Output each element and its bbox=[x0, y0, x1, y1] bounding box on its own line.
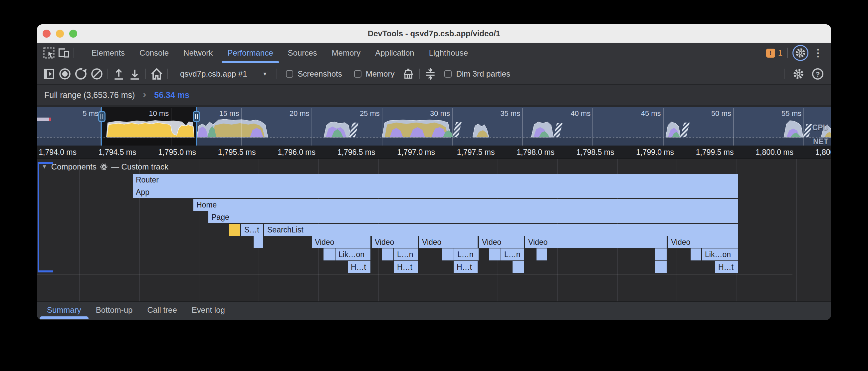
custom-track-header[interactable]: ▼ Components — Custom track bbox=[41, 162, 168, 172]
minimap-gridline bbox=[522, 108, 523, 146]
memory-checkbox[interactable] bbox=[354, 70, 362, 78]
collect-garbage-icon[interactable] bbox=[400, 66, 416, 82]
dim-3rd-parties-checkbox[interactable] bbox=[444, 70, 452, 78]
tab-performance[interactable]: Performance bbox=[220, 43, 280, 63]
track-selection-bracket bbox=[38, 162, 39, 273]
minimap-tick-label: 55 ms bbox=[751, 109, 801, 118]
close-window-button[interactable] bbox=[42, 30, 51, 38]
flame-bar-h-t[interactable]: H…t bbox=[394, 261, 419, 273]
help-icon[interactable]: ? bbox=[810, 66, 826, 82]
flame-chart[interactable]: ▼ Components — Custom track RouterAppHom… bbox=[37, 159, 831, 302]
net-label: NET bbox=[813, 137, 828, 146]
tab-elements[interactable]: Elements bbox=[84, 43, 132, 63]
flame-bar-h-t[interactable]: H…t bbox=[348, 261, 371, 273]
minimize-window-button[interactable] bbox=[56, 30, 64, 38]
flame-bar[interactable] bbox=[655, 261, 667, 273]
minimap-tick-label: 45 ms bbox=[611, 109, 661, 118]
flame-bar[interactable] bbox=[655, 249, 667, 260]
flame-bar-app[interactable]: App bbox=[133, 186, 739, 198]
flame-gridline bbox=[796, 159, 797, 302]
minimap-gridline bbox=[733, 108, 734, 146]
flame-bar-lik-on[interactable]: Lik…on bbox=[702, 249, 739, 260]
flame-bar-video[interactable]: Video bbox=[419, 236, 478, 248]
screenshots-toggle[interactable]: Screenshots bbox=[280, 69, 348, 79]
capture-settings-icon[interactable] bbox=[790, 66, 806, 82]
minimap-tick-label: 50 ms bbox=[681, 109, 731, 118]
minimap-tick-label: 5 ms bbox=[49, 109, 98, 118]
settings-button[interactable] bbox=[793, 45, 808, 61]
flame-bar-video[interactable]: Video bbox=[312, 236, 371, 248]
flame-bar[interactable] bbox=[254, 236, 264, 248]
svg-text:?: ? bbox=[816, 70, 820, 78]
dim-3rd-parties-toggle[interactable]: Dim 3rd parties bbox=[438, 69, 516, 79]
tab-network[interactable]: Network bbox=[176, 43, 220, 63]
flame-bar-s-t[interactable]: S…t bbox=[241, 224, 264, 236]
time-ruler-label: 1,795.5 ms bbox=[199, 148, 256, 157]
minimap-overview[interactable]: CPU NET 5 ms10 ms15 ms20 ms25 ms30 ms35 … bbox=[37, 105, 831, 146]
record-icon[interactable] bbox=[57, 66, 73, 82]
toggle-sidebar-icon[interactable] bbox=[41, 66, 57, 82]
flame-bar-searchlist[interactable]: SearchList bbox=[264, 224, 739, 236]
flame-bar-l-n[interactable]: L…n bbox=[394, 249, 419, 260]
time-ruler-label: 1,798.5 ms bbox=[558, 148, 614, 157]
selected-range-crumb[interactable]: 56.34 ms bbox=[154, 90, 189, 100]
minimap-gridline bbox=[663, 108, 664, 146]
flame-bar-video[interactable]: Video bbox=[479, 236, 525, 248]
flame-bar-video[interactable]: Video bbox=[668, 236, 739, 248]
bottom-tab-call-tree[interactable]: Call tree bbox=[140, 302, 184, 318]
flame-bar-video[interactable]: Video bbox=[525, 236, 667, 248]
time-ruler-label: 1,796.0 ms bbox=[259, 148, 315, 157]
time-ruler-label: 1,800.0 ms bbox=[737, 148, 794, 157]
flame-bar[interactable] bbox=[513, 261, 525, 273]
flame-bar-video[interactable]: Video bbox=[372, 236, 418, 248]
full-range-crumb[interactable]: Full range (3,653.76 ms) bbox=[44, 90, 135, 100]
home-icon[interactable] bbox=[149, 66, 165, 82]
target-selector[interactable]: qsvd7p.csb.app #1 ▼ bbox=[171, 69, 274, 79]
flame-bar-h-t[interactable]: H…t bbox=[715, 261, 739, 273]
titlebar: DevTools - qsvd7p.csb.app/video/1 bbox=[37, 24, 831, 43]
inspect-element-icon[interactable] bbox=[41, 46, 56, 60]
expand-triangle-icon[interactable]: ▼ bbox=[41, 164, 47, 170]
flame-bar-home[interactable]: Home bbox=[193, 199, 739, 211]
flame-bar[interactable] bbox=[382, 249, 394, 260]
time-ruler[interactable]: 1,794.0 ms1,794.5 ms1,795.0 ms1,795.5 ms… bbox=[37, 146, 831, 159]
flame-bar[interactable] bbox=[489, 249, 501, 260]
tab-application[interactable]: Application bbox=[368, 43, 421, 63]
clear-icon[interactable] bbox=[89, 66, 105, 82]
dim-3rd-parties-label: Dim 3rd parties bbox=[456, 69, 510, 79]
selection-left-handle[interactable] bbox=[98, 111, 105, 122]
flame-bar[interactable] bbox=[442, 249, 454, 260]
memory-toggle[interactable]: Memory bbox=[348, 69, 401, 79]
flame-bar[interactable] bbox=[229, 224, 241, 236]
minimap-gridline bbox=[452, 108, 453, 146]
dropdown-caret-icon: ▼ bbox=[262, 71, 267, 77]
flame-bar[interactable] bbox=[691, 249, 702, 260]
flame-bar-lik-on[interactable]: Lik…on bbox=[336, 249, 371, 260]
device-toolbar-icon[interactable] bbox=[56, 46, 71, 60]
upload-profile-icon[interactable] bbox=[111, 66, 127, 82]
flame-bar-router[interactable]: Router bbox=[133, 174, 739, 186]
more-options-icon[interactable]: ⋮ bbox=[813, 48, 823, 58]
flame-bar[interactable] bbox=[323, 249, 336, 260]
issues-counter[interactable]: ! 1 bbox=[766, 48, 782, 58]
screenshots-checkbox[interactable] bbox=[286, 70, 293, 78]
collapse-sections-icon[interactable] bbox=[422, 66, 438, 82]
reload-record-icon[interactable] bbox=[73, 66, 89, 82]
bottom-tab-summary[interactable]: Summary bbox=[40, 302, 89, 318]
minimap-tick-label: 20 ms bbox=[259, 109, 310, 118]
minimap-tick-label: 15 ms bbox=[189, 109, 239, 118]
download-profile-icon[interactable] bbox=[127, 66, 143, 82]
tab-lighthouse[interactable]: Lighthouse bbox=[422, 43, 475, 63]
flame-bar-l-n[interactable]: L…n bbox=[454, 249, 479, 260]
flame-bar[interactable] bbox=[536, 249, 548, 260]
flame-bar-l-n[interactable]: L…n bbox=[501, 249, 525, 260]
tab-console[interactable]: Console bbox=[132, 43, 176, 63]
flame-bar-h-t[interactable]: H…t bbox=[454, 261, 478, 273]
flame-bar-page[interactable]: Page bbox=[208, 211, 739, 223]
zoom-window-button[interactable] bbox=[69, 30, 77, 38]
tab-memory[interactable]: Memory bbox=[324, 43, 368, 63]
bottom-tab-event-log[interactable]: Event log bbox=[184, 302, 232, 318]
tab-sources[interactable]: Sources bbox=[281, 43, 324, 63]
time-ruler-label: 1,794.5 ms bbox=[80, 148, 136, 157]
bottom-tab-bottom-up[interactable]: Bottom-up bbox=[89, 302, 140, 318]
